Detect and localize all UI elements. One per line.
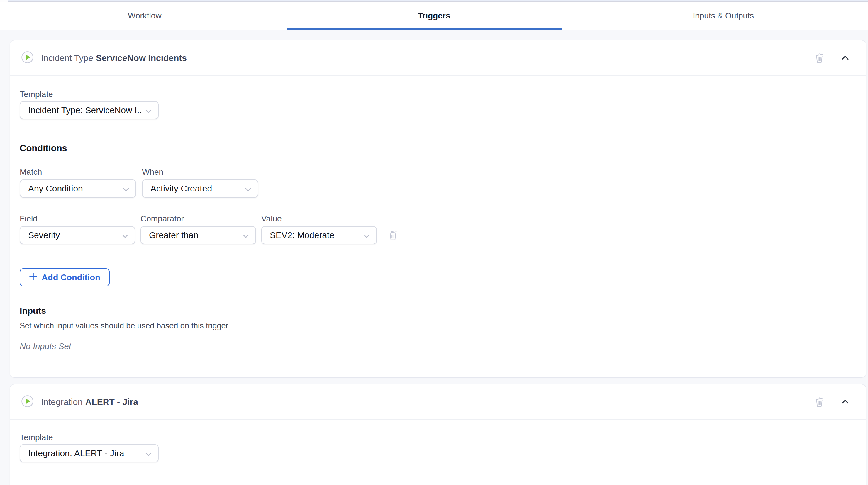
template-label: Template xyxy=(20,89,854,99)
chevron-down-icon xyxy=(141,105,152,115)
play-circle-icon xyxy=(22,51,33,64)
chevron-down-icon xyxy=(141,448,152,458)
trigger-card-actions xyxy=(813,395,852,409)
chevron-up-icon xyxy=(841,399,849,405)
trigger-name-label: ALERT - Jira xyxy=(85,397,138,407)
active-tab-underline xyxy=(287,28,562,30)
trigger-card-incident-type: Incident Type ServiceNow Incidents xyxy=(10,40,866,378)
chevron-down-icon xyxy=(241,184,251,193)
trigger-kind-label: Incident Type xyxy=(41,53,93,63)
value-label: Value xyxy=(261,214,377,224)
comparator-label: Comparator xyxy=(141,214,256,224)
comparator-select-value: Greater than xyxy=(149,230,239,240)
when-select[interactable]: Activity Created xyxy=(142,179,258,198)
match-label: Match xyxy=(20,167,136,177)
trigger-card-header: Incident Type ServiceNow Incidents xyxy=(10,40,866,75)
when-column: When Activity Created xyxy=(142,167,258,198)
comparator-select[interactable]: Greater than xyxy=(141,226,256,244)
trigger-card-body: Template Incident Type: ServiceNow I... … xyxy=(10,76,866,352)
collapse-card-button[interactable] xyxy=(838,395,852,409)
trash-icon xyxy=(388,229,398,241)
inputs-empty-state: No Inputs Set xyxy=(20,341,854,352)
trigger-card-integration: Integration ALERT - Jira xyxy=(10,384,866,485)
match-select[interactable]: Any Condition xyxy=(20,179,136,198)
triggers-panel: Incident Type ServiceNow Incidents xyxy=(0,30,868,485)
template-label: Template xyxy=(20,432,854,443)
condition-row: Field Severity Comparator Greater than xyxy=(20,214,854,244)
trash-icon xyxy=(814,52,825,64)
add-condition-button[interactable]: Add Condition xyxy=(20,268,110,286)
field-column: Field Severity xyxy=(20,214,135,244)
chevron-down-icon xyxy=(239,230,249,240)
conditions-heading: Conditions xyxy=(20,143,854,154)
collapse-card-button[interactable] xyxy=(838,51,852,65)
inputs-description: Set which input values should be used ba… xyxy=(20,321,854,331)
delete-condition-button[interactable] xyxy=(386,226,400,244)
tab-workflow[interactable]: Workflow xyxy=(0,2,289,30)
value-select-value: SEV2: Moderate xyxy=(270,230,360,240)
field-label: Field xyxy=(20,214,135,224)
trigger-card-title: Incident Type ServiceNow Incidents xyxy=(41,53,187,63)
trash-icon xyxy=(814,396,825,408)
template-select-value: Integration: ALERT - Jira xyxy=(28,448,141,458)
when-label: When xyxy=(142,167,258,177)
plus-icon xyxy=(29,272,37,283)
template-section: Template Integration: ALERT - Jira xyxy=(20,420,854,462)
inputs-heading: Inputs xyxy=(20,305,854,316)
chevron-down-icon xyxy=(360,230,370,240)
template-select[interactable]: Integration: ALERT - Jira xyxy=(20,444,159,462)
delete-trigger-button[interactable] xyxy=(813,395,826,409)
add-condition-label: Add Condition xyxy=(42,273,100,282)
template-select[interactable]: Incident Type: ServiceNow I... xyxy=(20,101,159,119)
tab-bar: Workflow Triggers Inputs & Outputs xyxy=(0,2,868,30)
template-select-value: Incident Type: ServiceNow I... xyxy=(28,105,141,115)
chevron-down-icon xyxy=(119,184,129,193)
tab-triggers[interactable]: Triggers xyxy=(289,2,579,30)
comparator-column: Comparator Greater than xyxy=(141,214,256,244)
match-select-value: Any Condition xyxy=(28,184,119,193)
field-select-value: Severity xyxy=(28,230,118,240)
match-column: Match Any Condition xyxy=(20,167,136,198)
play-circle-icon xyxy=(22,395,33,408)
delete-trigger-button[interactable] xyxy=(813,51,826,65)
conditions-match-row: Match Any Condition When Activity Create… xyxy=(20,167,854,198)
trigger-card-header: Integration ALERT - Jira xyxy=(10,385,866,419)
tab-inputs-outputs[interactable]: Inputs & Outputs xyxy=(579,2,868,30)
trigger-kind-label: Integration xyxy=(41,397,83,407)
trigger-card-body: Template Integration: ALERT - Jira xyxy=(10,420,866,462)
chevron-down-icon xyxy=(118,230,128,240)
template-section: Template Incident Type: ServiceNow I... xyxy=(20,76,854,119)
value-column: Value SEV2: Moderate xyxy=(261,214,377,244)
when-select-value: Activity Created xyxy=(150,184,241,193)
trigger-card-title: Integration ALERT - Jira xyxy=(41,397,138,407)
field-select[interactable]: Severity xyxy=(20,226,135,244)
value-select[interactable]: SEV2: Moderate xyxy=(261,226,377,244)
chevron-up-icon xyxy=(841,55,849,61)
trigger-name-label: ServiceNow Incidents xyxy=(96,53,187,63)
trigger-card-actions xyxy=(813,51,852,65)
